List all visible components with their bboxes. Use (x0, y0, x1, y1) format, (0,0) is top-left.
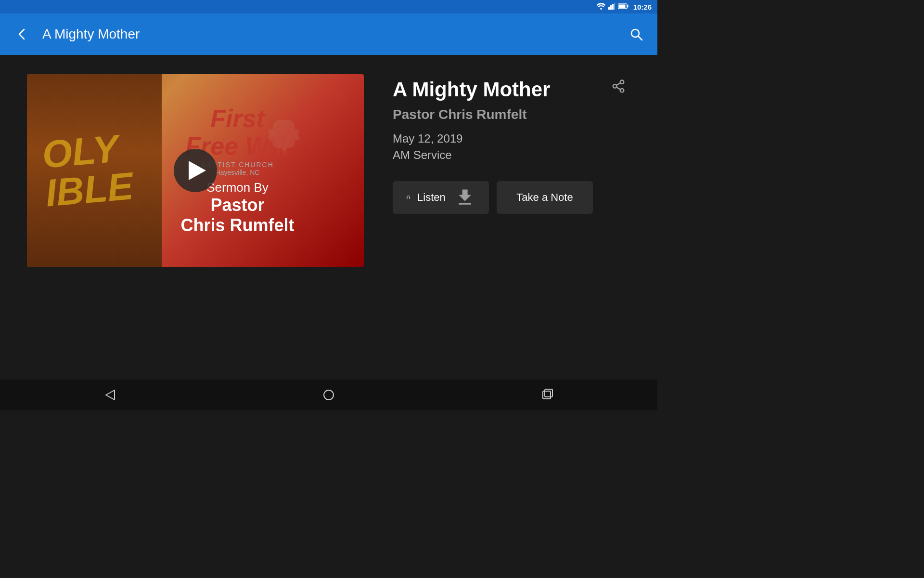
app-bar: A Mighty Mother (0, 13, 657, 55)
action-buttons: Listen Take a Note (393, 181, 630, 214)
svg-line-8 (638, 36, 642, 40)
svg-line-13 (616, 83, 621, 85)
sermon-by-text: Sermon By (145, 181, 330, 196)
listen-label: Listen (417, 191, 446, 204)
main-content: OLYIBLE First Free Will BAPTIST CHURCH H… (0, 55, 657, 380)
svg-rect-3 (614, 3, 615, 10)
svg-rect-17 (545, 389, 552, 397)
pastor-name-display: Pastor Chris Rumfelt (393, 107, 630, 122)
nav-bar (0, 380, 657, 410)
sermon-date: May 12, 2019 (393, 132, 630, 145)
svg-point-9 (620, 80, 624, 84)
sermon-thumbnail: OLYIBLE First Free Will BAPTIST CHURCH H… (27, 74, 364, 267)
take-note-label: Take a Note (516, 191, 573, 204)
pastor-lastname-thumb: Chris Rumfelt (145, 216, 330, 236)
svg-rect-16 (543, 391, 551, 399)
svg-point-10 (613, 84, 617, 88)
svg-rect-2 (612, 4, 614, 10)
play-button[interactable] (174, 149, 217, 192)
info-panel: A Mighty Mother Pastor Chris Rumfelt May… (393, 74, 630, 214)
svg-point-11 (620, 89, 624, 92)
church-sub: BAPTIST CHURCH (145, 161, 330, 169)
church-name-line1: First (145, 105, 330, 132)
sermon-title: A Mighty Mother (393, 78, 630, 101)
take-note-button[interactable]: Take a Note (497, 181, 593, 214)
battery-icon (618, 3, 629, 11)
app-bar-title: A Mighty Mother (42, 26, 627, 42)
svg-rect-0 (608, 7, 610, 10)
wifi-icon (597, 3, 605, 11)
church-location: Hayesville, NC (145, 169, 330, 177)
svg-point-15 (324, 390, 334, 400)
svg-rect-6 (618, 4, 625, 8)
back-nav-button[interactable] (90, 380, 129, 410)
signal-icon (608, 3, 615, 11)
svg-line-12 (616, 87, 621, 90)
share-button[interactable] (606, 74, 630, 98)
bible-text: OLYIBLE (40, 128, 134, 212)
church-name-line2: Free Will (145, 133, 330, 160)
status-bar: 10:26 (0, 0, 657, 13)
pastor-name-thumb: Pastor (145, 196, 330, 216)
time-display: 10:26 (633, 3, 652, 11)
svg-rect-5 (627, 5, 628, 7)
search-button[interactable] (627, 25, 646, 44)
svg-marker-14 (106, 390, 115, 400)
svg-rect-1 (610, 5, 612, 10)
sermon-service: AM Service (393, 148, 630, 162)
home-nav-button[interactable] (309, 380, 348, 410)
recents-nav-button[interactable] (528, 380, 567, 410)
back-button[interactable] (12, 25, 31, 44)
listen-button[interactable]: Listen (393, 181, 489, 214)
